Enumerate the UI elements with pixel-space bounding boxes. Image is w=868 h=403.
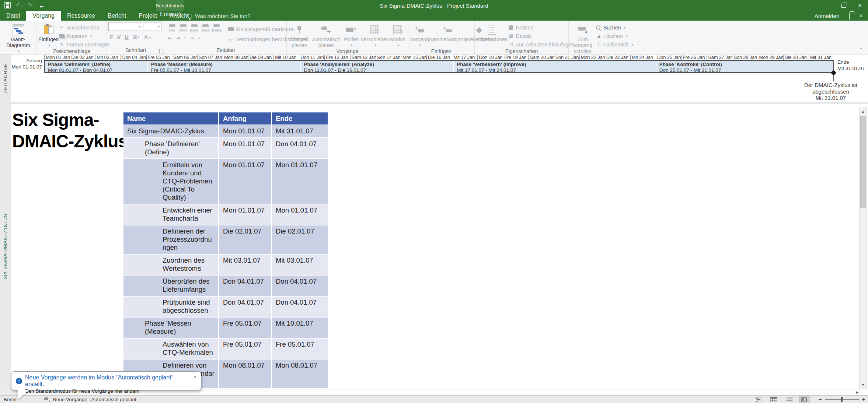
- timeline-band[interactable]: Phase 'Definieren' (Define)Mon 01.01.07 …: [44, 60, 834, 73]
- customize-qat-icon[interactable]: ▾: [40, 4, 43, 7]
- insert-summary-button[interactable]: Sammelvorgang: [429, 22, 466, 48]
- new-tasks-mode-status[interactable]: Neue Vorgänge : Automatisch geplant: [44, 397, 136, 402]
- indent-task-icon[interactable]: ⇥: [176, 35, 180, 41]
- close-icon[interactable]: ×: [193, 374, 197, 380]
- milestone-callout[interactable]: Der DMAIC-Zyklus ist abgeschlossen Mit 3…: [804, 82, 857, 101]
- table-row[interactable]: Überprüfen des LieferumfangsDon 04.01.07…: [123, 276, 328, 296]
- gantt-chart-button[interactable]: Gantt-Diagramm ▾: [3, 22, 34, 54]
- task-mode-button[interactable]: ? Modus ▾: [389, 22, 407, 48]
- move-task-button[interactable]: Verschieben ▾: [360, 22, 389, 48]
- scroll-to-task-button[interactable]: Zum Vorgang scrollen: [570, 22, 595, 54]
- save-icon[interactable]: [4, 2, 11, 9]
- zoom-track[interactable]: [825, 399, 859, 400]
- italic-button[interactable]: K: [117, 34, 121, 40]
- view-sheet-icon[interactable]: [784, 396, 795, 403]
- view-gantt-icon[interactable]: [753, 396, 764, 403]
- font-size-combo[interactable]: ▾: [144, 22, 161, 31]
- pane-splitter[interactable]: [0, 102, 868, 104]
- bold-button[interactable]: F: [110, 34, 113, 40]
- view-report-icon[interactable]: [799, 396, 810, 403]
- table-row[interactable]: Zuordnen des WertestromsMit 03.01.07Mit …: [123, 255, 328, 275]
- vertical-scrollbar[interactable]: ▲ ▼: [859, 107, 867, 389]
- table-row[interactable]: Prüfpunkte sind abgeschlossenDon 04.01.0…: [123, 297, 328, 317]
- format-painter-button[interactable]: ✎Format übertragen: [59, 41, 109, 48]
- paste-button[interactable]: Einfügen ▾: [38, 22, 59, 48]
- collapse-ribbon-icon[interactable]: ⌃: [859, 47, 863, 52]
- auto-schedule-button[interactable]: Automatisch planen: [311, 22, 342, 48]
- column-header-name[interactable]: Name: [123, 112, 218, 125]
- vertical-scroll-thumb[interactable]: [860, 116, 866, 208]
- zoom-out-icon[interactable]: −: [818, 396, 822, 403]
- percent-50-button[interactable]: 50%: [189, 23, 199, 33]
- insert-task-button[interactable]: Vorgang ▾: [410, 22, 429, 48]
- tab-vorgang[interactable]: Vorgang: [26, 11, 61, 21]
- notes-button[interactable]: Notizen: [508, 24, 574, 31]
- scroll-up-icon[interactable]: ▲: [860, 108, 867, 115]
- timeline-phase[interactable]: Phase 'Kontrolle' (Control)Don 25.01.07 …: [656, 61, 834, 72]
- cell-ende: Don 04.01.07: [272, 297, 328, 317]
- copy-button[interactable]: Kopieren▾: [59, 32, 109, 40]
- tab-entwurf[interactable]: Entwurf: [156, 11, 184, 18]
- table-row[interactable]: Phase 'Messen' (Measure)Fre 05.01.07Mit …: [123, 318, 328, 338]
- cut-button[interactable]: ✂Ausschneiden: [59, 24, 109, 31]
- timeline-phase[interactable]: Phase 'Messen' (Measure)Fre 05.01.07 - M…: [148, 61, 301, 72]
- table-row[interactable]: Entwickeln einer TeamchartaMon 01.01.07M…: [123, 204, 328, 225]
- table-body: Six Sigma-DMAIC-ZyklusMon 01.01.07Mit 31…: [123, 125, 328, 388]
- minimize-icon[interactable]: ─: [819, 0, 836, 11]
- timeline-date-label: Sam 06 Jan: [172, 55, 197, 60]
- add-to-timeline-button[interactable]: ⇲Zur Zeitachse hinzufügen: [508, 41, 574, 48]
- percent-25-button[interactable]: 25%: [178, 23, 188, 33]
- doc-restore-icon[interactable]: [849, 13, 850, 19]
- column-header-ende[interactable]: Ende: [272, 112, 328, 125]
- restore-icon[interactable]: [836, 0, 852, 11]
- percent-0-button[interactable]: 0%: [167, 23, 177, 33]
- undo-icon[interactable]: ↶▾: [16, 2, 23, 9]
- tell-me-search[interactable]: Was möchten Sie tun?: [187, 11, 250, 21]
- clear-button[interactable]: ◢Löschen▾: [595, 32, 633, 40]
- report-table[interactable]: Name Anfang Ende Six Sigma-DMAIC-ZyklusM…: [123, 112, 328, 388]
- table-row[interactable]: Auswählen von CTQ-MerkmalenFre 05.01.07F…: [123, 339, 328, 359]
- timeline-phase[interactable]: Phase 'Analysieren' (Analyze)Don 11.01.0…: [301, 61, 454, 72]
- unlink-tasks-icon[interactable]: ⌁: [198, 35, 201, 41]
- font-name-combo[interactable]: ▾: [108, 22, 142, 31]
- timeline-phase[interactable]: Phase 'Definieren' (Define)Mon 01.01.07 …: [45, 61, 148, 72]
- fill-color-icon[interactable]: ⛝▾: [132, 34, 140, 40]
- zoom-thumb[interactable]: [841, 397, 843, 402]
- tab-bericht[interactable]: Bericht: [101, 11, 132, 21]
- split-task-icon[interactable]: ⁘: [183, 35, 187, 41]
- find-button[interactable]: Suchen▾: [595, 24, 633, 31]
- percent-75-button[interactable]: 75%: [201, 23, 210, 33]
- column-header-anfang[interactable]: Anfang: [219, 112, 271, 125]
- timeline-phase[interactable]: Phase 'Verbessern' (Improve)Mit 17.01.07…: [454, 61, 656, 72]
- inspect-button[interactable]: ? Prüfen ▾: [342, 22, 360, 48]
- scroll-right-icon[interactable]: ▶: [854, 389, 861, 395]
- font-color-button[interactable]: A▾: [144, 34, 151, 40]
- details-button[interactable]: ▦Details: [508, 32, 574, 40]
- notification-action-link[interactable]: Den Standardmodus für neue Vorgänge hier…: [25, 388, 197, 394]
- underline-button[interactable]: U: [125, 34, 129, 40]
- percent-100-button[interactable]: 100%: [212, 23, 221, 33]
- report-pane-tab[interactable]: SIX SIGMA-DMAIC-ZYKLUS: [0, 104, 11, 389]
- outdent-task-icon[interactable]: ⇤: [168, 35, 172, 41]
- zoom-in-icon[interactable]: +: [862, 396, 865, 403]
- doc-close-icon[interactable]: ×: [859, 12, 863, 20]
- tab-datei[interactable]: Datei: [0, 11, 26, 21]
- fill-button[interactable]: ⇩Füllbereich▾: [595, 41, 633, 48]
- signin-link[interactable]: Anmelden: [815, 13, 840, 19]
- fill-down-icon: ⇩: [595, 41, 602, 48]
- redo-icon[interactable]: ↷▾: [28, 2, 35, 9]
- manual-schedule-button[interactable]: Manuell planen: [288, 22, 311, 48]
- information-button[interactable]: Informationen: [476, 22, 508, 48]
- tab-ressource[interactable]: Ressource: [61, 11, 101, 21]
- link-tasks-icon[interactable]: ∞: [191, 35, 194, 41]
- phase-date-range: Don 25.01.07 - Mit 31.01.07: [659, 67, 833, 72]
- notification-message: Neue Vorgänge werden im Modus “Automatis…: [25, 374, 190, 388]
- close-icon[interactable]: ×: [852, 0, 868, 11]
- table-row[interactable]: Phase 'Definieren' (Define)Mon 01.01.07D…: [123, 138, 328, 158]
- table-row[interactable]: Six Sigma-DMAIC-ZyklusMon 01.01.07Mit 31…: [123, 125, 328, 137]
- scroll-down-icon[interactable]: ▼: [860, 381, 867, 388]
- table-row[interactable]: Definieren der ProzesszuordnungenDie 02.…: [123, 225, 328, 254]
- view-usage-icon[interactable]: [768, 396, 779, 403]
- table-row[interactable]: Ermitteln von Kunden- und CTQ-Problemen …: [123, 159, 328, 204]
- dialog-launcher-icon[interactable]: [159, 49, 164, 53]
